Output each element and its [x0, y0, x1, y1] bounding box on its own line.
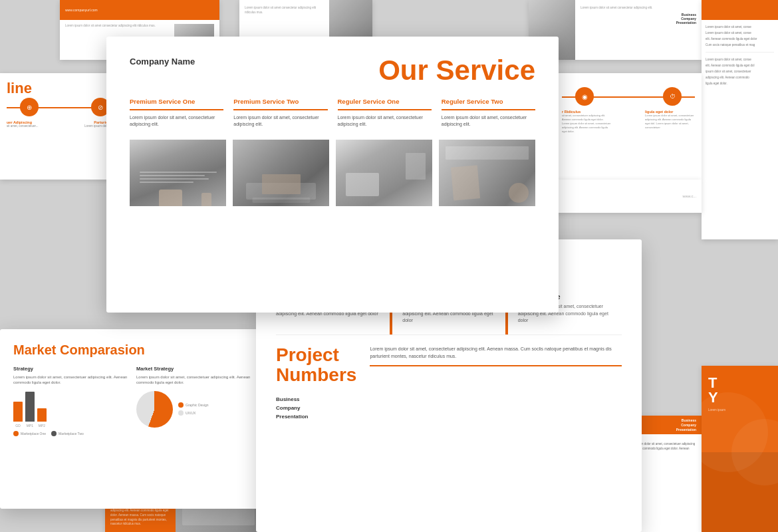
market-slide: Market Comparasion Strategy Lorem ipsum …: [0, 329, 266, 509]
service-item-2: Premium Service Two Lorem ipsum dolor si…: [233, 98, 327, 128]
service-desc-4: Lorem ipsum dolor sit amet, consectetuer…: [442, 114, 535, 128]
service-images-grid: [130, 140, 535, 206]
main-slide: Company Name Our Service Premium Service…: [106, 37, 559, 313]
far-right-text: Lorem ipsum dolor sit amet, conse Lorem …: [706, 24, 774, 48]
service-desc-1: Lorem ipsum dolor sit amet, consectetuer…: [130, 114, 223, 128]
service-title-3: Reguler Service One: [338, 98, 432, 105]
our-service-title: Our Service: [378, 57, 535, 84]
service-image-1: [130, 140, 226, 206]
service-divider-1: [130, 109, 223, 110]
market-right-heading: Market Strategy: [136, 366, 253, 372]
pie-chart-container: Graphic Design UX/UX: [136, 391, 253, 428]
service-item-4: Reguler Service Two Lorem ipsum dolor si…: [442, 98, 535, 128]
bar-3: [37, 408, 47, 422]
project-bottom-desc: Lorem ipsum dolor sit amet, consectetuer…: [370, 345, 622, 360]
market-left-heading: Strategy: [13, 366, 130, 372]
project-bottom-divider: [370, 365, 622, 366]
business-info: BusinessCompanyPresentation: [276, 396, 356, 421]
top-center-text: Lorem ipsum dolor sit amet consectetur a…: [245, 5, 324, 15]
project-bottom: ProjectNumbers BusinessCompanyPresentati…: [276, 345, 622, 422]
mark-label: [555, 180, 702, 190]
service-title-4: Reguler Service Two: [442, 98, 535, 105]
service-divider-2: [233, 109, 327, 110]
bar-2: [25, 392, 35, 422]
market-left-desc: Lorem ipsum dolor sit amet, consectetuer…: [13, 374, 130, 386]
bar-chart: GD MP1 MP2: [13, 391, 130, 428]
project-numbers-title: ProjectNumbers: [276, 345, 356, 386]
service-image-3: [336, 140, 432, 206]
top-slide-url: www.companyurl.com: [65, 8, 98, 12]
project-bottom-right: Lorem ipsum dolor sit amet, consectetuer…: [370, 345, 622, 372]
service-title-1: Premium Service One: [130, 98, 223, 105]
bar-1: [13, 402, 23, 422]
bar-legend: Marketplace One Marketplace Two: [13, 431, 130, 436]
market-right-desc: Lorem ipsum dolor sit amet, consectetuer…: [136, 374, 253, 386]
market-section-left: Strategy Lorem ipsum dolor sit amet, con…: [13, 366, 130, 436]
service-item-1: Premium Service One Lorem ipsum dolor si…: [130, 98, 223, 128]
services-grid: Premium Service One Lorem ipsum dolor si…: [130, 98, 535, 128]
service-desc-2: Lorem ipsum dolor sit amet, consectetuer…: [233, 114, 327, 128]
service-image-4: [439, 140, 535, 206]
timeline-title: line: [7, 80, 123, 97]
service-divider-3: [338, 109, 432, 110]
top-right-text: Lorem ipsum dolor sit amet consectetur a…: [581, 5, 696, 10]
service-image-2: [233, 140, 329, 206]
project-bottom-left: ProjectNumbers BusinessCompanyPresentati…: [276, 345, 356, 422]
service-desc-3: Lorem ipsum dolor sit amet, consectetuer…: [338, 114, 432, 128]
bg-slide-orange-far-right: TY Lorem ipsum: [702, 366, 778, 532]
service-divider-4: [442, 109, 535, 110]
bg-slide-far-right: Lorem ipsum dolor sit amet, conse Lorem …: [702, 0, 778, 239]
bg-slide-right-mid: ◉ ⏱ r Ridiculus sit amet, consectetuer a…: [555, 73, 702, 180]
service-title-2: Premium Service Two: [233, 98, 327, 105]
market-content: Strategy Lorem ipsum dolor sit amet, con…: [13, 366, 253, 436]
pie-chart: [136, 391, 173, 428]
company-name: Company Name: [130, 57, 195, 66]
market-section-right: Market Strategy Lorem ipsum dolor sit am…: [136, 366, 253, 436]
service-item-3: Reguler Service One Lorem ipsum dolor si…: [338, 98, 432, 128]
top-slide-text: Lorem ipsum dolor sit amet consectetur a…: [65, 24, 170, 29]
main-slide-header: Company Name Our Service: [130, 57, 535, 84]
market-title: Market Comparasion: [13, 342, 253, 358]
